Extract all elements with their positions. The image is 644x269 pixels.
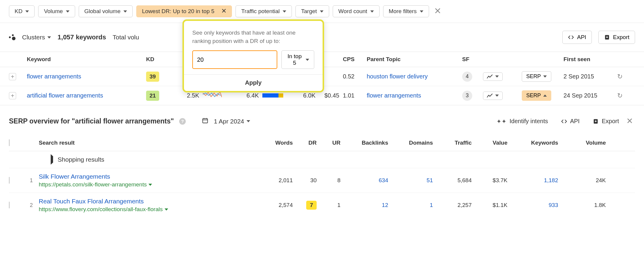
chevron-down-icon: [47, 36, 51, 38]
select-all-checkbox[interactable]: [9, 139, 10, 146]
chevron-down-icon: [247, 120, 250, 122]
in-top-label: In top 5: [287, 53, 303, 66]
serp-label: SERP: [526, 92, 541, 99]
clusters-icon: [9, 34, 16, 40]
filter-target-label: Target: [301, 8, 317, 15]
parent-topic-link[interactable]: houston flower delivery: [367, 73, 462, 80]
apply-button[interactable]: Apply: [184, 74, 323, 91]
filter-kd-label: KD: [15, 8, 22, 15]
col-traffic: Traffic: [438, 140, 477, 146]
trend-icon: [487, 75, 493, 79]
row-checkbox[interactable]: [9, 202, 10, 208]
filter-more[interactable]: More filters: [383, 5, 429, 17]
close-icon[interactable]: [624, 115, 635, 127]
tp-value: 6.0K: [289, 92, 319, 99]
clear-filters-icon[interactable]: [433, 6, 443, 17]
filter-lowest-dr[interactable]: Lowest DR: Up to 20 in top 5: [136, 5, 232, 17]
serp-button[interactable]: SERP: [522, 90, 551, 101]
filter-volume[interactable]: Volume: [38, 5, 75, 17]
expand-button[interactable]: +: [9, 92, 16, 99]
sf-badge[interactable]: 3: [462, 91, 472, 101]
parent-topic-link[interactable]: flower arrangements: [367, 92, 462, 99]
filter-global-volume[interactable]: Global volume: [79, 5, 133, 17]
dr-value: 30: [298, 177, 322, 184]
api-label: API: [577, 34, 586, 41]
filter-global-volume-label: Global volume: [84, 8, 120, 15]
filter-target[interactable]: Target: [295, 5, 329, 17]
serp-api-button[interactable]: API: [561, 118, 580, 125]
backlinks-value[interactable]: 634: [346, 177, 394, 184]
date-label: 1 Apr 2024: [214, 118, 244, 125]
filter-tp-label: Traffic potential: [241, 8, 280, 15]
backlinks-value[interactable]: 12: [346, 202, 394, 208]
domains-value[interactable]: 1: [394, 202, 438, 208]
col-sf: SF: [462, 56, 483, 63]
col-first-seen: First seen: [564, 56, 617, 63]
keywords-value[interactable]: 933: [513, 202, 564, 208]
words-value: 2,011: [265, 177, 298, 184]
export-button[interactable]: Export: [598, 31, 635, 44]
words-value: 2,574: [265, 202, 298, 208]
col-words: Words: [265, 140, 298, 146]
clusters-dropdown[interactable]: Clusters: [22, 34, 51, 41]
in-top-select[interactable]: In top 5: [281, 50, 314, 69]
svg-rect-1: [203, 119, 208, 123]
identify-intents-button[interactable]: ✦✦ Identify intents: [496, 118, 548, 125]
volume-value: 1.8K: [564, 202, 611, 208]
help-icon[interactable]: ?: [179, 118, 186, 125]
code-icon: [561, 118, 567, 124]
serp-header: Search result Words DR UR Backlinks Doma…: [9, 135, 635, 151]
keywords-value[interactable]: 1,182: [513, 177, 564, 184]
traffic-value: 5,684: [438, 177, 477, 184]
trend-button[interactable]: [483, 72, 503, 81]
result-title[interactable]: Silk Flower Arrangements: [39, 173, 265, 180]
serp-shopping-row[interactable]: Shopping results: [9, 151, 635, 168]
refresh-icon[interactable]: ↻: [617, 73, 635, 81]
serp-button[interactable]: SERP: [522, 71, 551, 82]
filter-kd[interactable]: KD: [9, 5, 35, 17]
chevron-down-icon: [495, 95, 499, 97]
sf-badge[interactable]: 4: [462, 72, 472, 82]
serp-result-row: 2 Real Touch Faux Floral Arrangements ht…: [9, 193, 635, 217]
calendar-icon: [202, 117, 208, 125]
col-ur: UR: [322, 140, 346, 146]
serp-export-button[interactable]: Export: [593, 118, 619, 125]
domains-value[interactable]: 51: [394, 177, 438, 184]
chevron-down-icon: [320, 10, 323, 13]
col-domains: Domains: [394, 140, 438, 146]
chevron-down-icon: [25, 10, 29, 13]
lowest-dr-popover: See only keywords that have at least one…: [182, 19, 324, 92]
keyword-link[interactable]: artificial flower arrangements: [27, 92, 146, 99]
col-kd: KD: [146, 56, 170, 63]
result-title[interactable]: Real Touch Faux Floral Arrangements: [39, 198, 265, 205]
ur-value: 8: [322, 177, 346, 184]
keyword-count: 1,057 keywords: [58, 33, 106, 41]
sparkline-icon: [203, 91, 230, 100]
value-value: $3.7K: [477, 177, 513, 184]
close-icon[interactable]: [222, 8, 226, 15]
col-keywords: Keywords: [513, 140, 564, 146]
dr-value-input[interactable]: [192, 50, 277, 69]
api-button[interactable]: API: [562, 31, 592, 44]
rank-value: 1: [24, 177, 39, 184]
filter-traffic-potential[interactable]: Traffic potential: [236, 5, 292, 17]
clusters-label: Clusters: [22, 34, 45, 41]
result-url[interactable]: https://petals.com/silk-flower-arrangeme…: [39, 181, 265, 188]
row-checkbox[interactable]: [9, 177, 10, 184]
popover-description: See only keywords that have at least one…: [192, 29, 314, 45]
chevron-down-icon: [420, 10, 423, 13]
col-search-result: Search result: [39, 140, 265, 146]
shopping-label: Shopping results: [58, 156, 104, 163]
chevron-down-icon: [370, 10, 374, 13]
filter-word-count[interactable]: Word count: [333, 5, 380, 17]
date-picker[interactable]: 1 Apr 2024: [214, 118, 250, 125]
result-url[interactable]: https://www.flovery.com/collections/all-…: [39, 206, 265, 213]
filter-wc-label: Word count: [338, 8, 367, 15]
keyword-link[interactable]: flower arrangements: [27, 73, 146, 80]
dr-highlight: 7: [306, 201, 317, 210]
cpc-value: $0.45: [319, 92, 343, 99]
chevron-down-icon: [123, 10, 127, 13]
refresh-icon[interactable]: ↻: [617, 92, 635, 100]
expand-button[interactable]: +: [9, 73, 16, 80]
trend-button[interactable]: [483, 92, 503, 100]
